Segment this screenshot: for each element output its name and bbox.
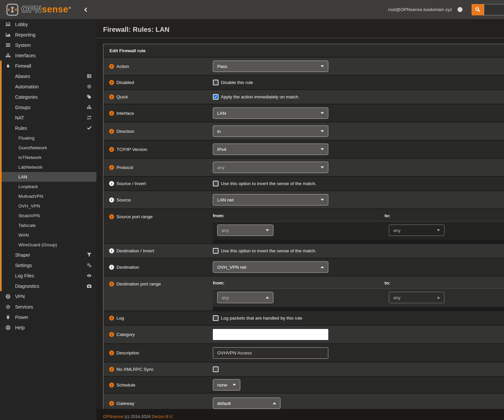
- direction-select[interactable]: in: [213, 125, 328, 137]
- sidebar-item-log-files[interactable]: Log Files: [2, 270, 96, 281]
- info-circle-icon[interactable]: i: [109, 165, 114, 170]
- info-circle-icon[interactable]: i: [109, 281, 114, 286]
- direction-control-cell: in: [213, 125, 504, 137]
- source-port-range-from-select[interactable]: any: [217, 225, 273, 236]
- category-input[interactable]: [213, 329, 328, 340]
- destination-port-range-to-cell: any: [385, 292, 504, 303]
- sidebar-item-labnetwork[interactable]: LabNetwork: [2, 162, 96, 172]
- destination-port-range-from-select[interactable]: any: [217, 292, 273, 303]
- destination-select[interactable]: OVH_VPN net: [213, 261, 328, 273]
- sidebar-item-wan[interactable]: WAN: [2, 230, 96, 240]
- row-destination-port-range: iDestination port rangefrom:to:anyany: [103, 276, 504, 311]
- sidebar-item-categories[interactable]: Categories: [2, 92, 96, 102]
- sidebar-item-lobby[interactable]: Lobby: [0, 19, 96, 29]
- deciso-footer-link[interactable]: Deciso B.V.: [152, 414, 173, 419]
- sidebar-collapse-chevron-icon[interactable]: [84, 7, 88, 12]
- action-select[interactable]: Pass: [213, 61, 328, 72]
- interface-select[interactable]: LAN: [213, 107, 328, 119]
- tag-icon: [87, 94, 92, 99]
- tcpip-version-select[interactable]: IPv4: [213, 144, 328, 155]
- info-circle-icon[interactable]: i: [109, 248, 114, 253]
- search-button[interactable]: [472, 4, 484, 15]
- source-invert-checkbox[interactable]: ✓: [213, 181, 219, 186]
- info-circle-icon[interactable]: i: [109, 181, 114, 186]
- sidebar-item-wireguard-group[interactable]: WireGuard (Group): [2, 240, 96, 250]
- copyright-text: (c) 2014-2024: [124, 414, 151, 419]
- sidebar-item-services[interactable]: Services: [0, 302, 96, 312]
- opnsense-app: OPNsense® root@OPNsense.luxdomain.xyz Lo…: [0, 0, 504, 420]
- info-circle-icon[interactable]: i: [109, 197, 114, 202]
- row-protocol: iProtocolany: [103, 159, 504, 177]
- info-circle-icon[interactable]: i: [109, 80, 114, 85]
- sidebar-item-iotnetwork[interactable]: IoTNetwork: [2, 153, 96, 162]
- opnsense-logo[interactable]: OPNsense®: [6, 3, 71, 16]
- sidebar-item-aliases[interactable]: Aliases: [2, 71, 96, 81]
- info-circle-icon[interactable]: i: [109, 316, 114, 321]
- opnsense-footer-link[interactable]: OPNsense: [103, 414, 123, 419]
- sidebar-item-floating[interactable]: Floating: [2, 133, 96, 143]
- sidebar-item-mullvadvpn[interactable]: MullvadVPN: [2, 191, 96, 201]
- info-circle-icon[interactable]: i: [109, 147, 114, 152]
- destination-port-range-horizontal-scrollbar[interactable]: [213, 307, 504, 311]
- fire-icon: [5, 63, 11, 69]
- info-circle-icon[interactable]: i: [109, 129, 114, 134]
- destination-invert-label: Destination / Invert: [116, 248, 154, 253]
- destination-invert-checkbox[interactable]: ✓: [213, 248, 219, 254]
- protocol-select[interactable]: any: [213, 162, 328, 173]
- sidebar-item-help[interactable]: Help: [0, 322, 96, 333]
- sidebar-item-loopback[interactable]: Loopback: [2, 182, 96, 191]
- quick-checkbox[interactable]: ✓: [213, 94, 219, 100]
- sidebar-item-reporting[interactable]: Reporting: [0, 29, 96, 40]
- info-circle-icon[interactable]: i: [109, 214, 114, 219]
- destination-label-cell: iDestination: [103, 265, 213, 270]
- info-circle-icon[interactable]: i: [109, 111, 114, 116]
- disabled-checkbox[interactable]: ✓: [213, 80, 219, 85]
- search-input[interactable]: [484, 4, 504, 15]
- quick-control-cell: ✓Apply the action immediately on match.: [213, 94, 504, 100]
- sidebar-item-vpn[interactable]: VPN: [0, 291, 96, 302]
- sidebar-item-rules[interactable]: Rules: [2, 123, 96, 133]
- sidebar-item-power[interactable]: Power: [0, 312, 96, 322]
- sidebar-item-label: System: [15, 43, 31, 48]
- destination-port-range-body: anyany: [213, 289, 504, 307]
- sidebar-item-system[interactable]: System: [0, 40, 96, 50]
- schedule-select[interactable]: none: [213, 379, 240, 391]
- info-circle-icon[interactable]: i: [109, 94, 114, 99]
- sidebar-item-automation[interactable]: Automation: [2, 81, 96, 92]
- source-select[interactable]: LAN net: [213, 194, 328, 205]
- info-circle-icon[interactable]: i: [109, 332, 114, 337]
- no-xmlrpc-sync-checkbox[interactable]: ✓: [213, 366, 219, 372]
- log-checkbox[interactable]: ✓: [213, 315, 219, 321]
- sidebar-item-firewall[interactable]: Firewall: [2, 61, 96, 71]
- sidebar-item-stratovpn[interactable]: StratoVPN: [2, 211, 96, 221]
- info-circle-icon[interactable]: i: [109, 265, 114, 270]
- info-circle-icon[interactable]: i: [109, 401, 114, 406]
- action-control-cell: Pass: [213, 61, 504, 72]
- info-circle-icon[interactable]: i: [109, 64, 114, 69]
- sidebar-item-guestnetwork[interactable]: GuestNetwork: [2, 143, 96, 153]
- tcpip-version-control-cell: IPv4: [213, 144, 504, 155]
- sidebar-item-groups[interactable]: Groups: [2, 102, 96, 112]
- info-circle-icon[interactable]: i: [109, 383, 114, 388]
- sidebar-item-ovh-vpn[interactable]: OVH_VPN: [2, 201, 96, 211]
- sidebar-item-tailscale[interactable]: Tailscale: [2, 221, 96, 230]
- sidebar-item-interfaces[interactable]: Interfaces: [0, 50, 96, 61]
- no-xmlrpc-sync-label-cell: iNo XMLRPC Sync: [103, 367, 213, 372]
- sidebar-item-diagnostics[interactable]: Diagnostics: [2, 281, 96, 291]
- gear-icon: [87, 84, 92, 89]
- gateway-select[interactable]: default: [213, 398, 280, 409]
- info-circle-icon[interactable]: i: [109, 350, 114, 355]
- info-circle-icon[interactable]: i: [109, 367, 114, 372]
- description-input[interactable]: [213, 347, 328, 359]
- sidebar-item-lan[interactable]: LAN: [2, 172, 96, 182]
- sidebar-item-nat[interactable]: NAT: [2, 112, 96, 123]
- source-port-range-horizontal-scrollbar[interactable]: [213, 240, 504, 243]
- sidebar-item-shaper[interactable]: Shaper: [2, 250, 96, 260]
- source-port-range-to-select[interactable]: any: [389, 225, 444, 236]
- sidebar-item-label: NAT: [15, 115, 24, 120]
- caret-up-icon: [321, 266, 324, 268]
- sidebar-item-settings[interactable]: Settings: [2, 260, 96, 270]
- schedule-label-cell: iSchedule: [103, 383, 213, 388]
- logged-in-user: root@OPNsense.luxdomain.xyz: [388, 7, 452, 12]
- destination-port-range-to-select[interactable]: any: [389, 292, 444, 303]
